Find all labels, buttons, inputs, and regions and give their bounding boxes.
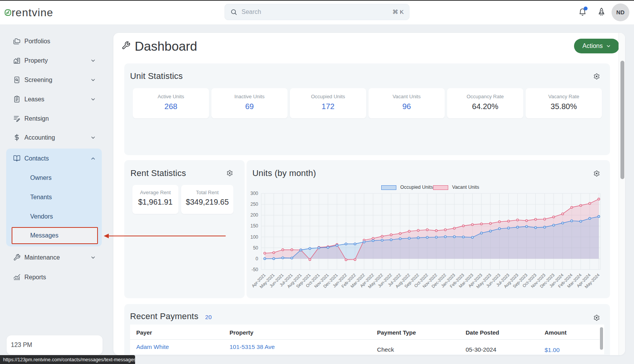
- svg-text:300: 300: [250, 191, 258, 196]
- svg-text:50: 50: [253, 245, 259, 251]
- svg-text:200: 200: [250, 212, 258, 218]
- svg-text:250: 250: [250, 202, 258, 207]
- svg-text:-50: -50: [252, 267, 259, 272]
- svg-text:100: 100: [250, 234, 258, 240]
- svg-text:0: 0: [255, 256, 258, 261]
- svg-text:150: 150: [250, 223, 258, 229]
